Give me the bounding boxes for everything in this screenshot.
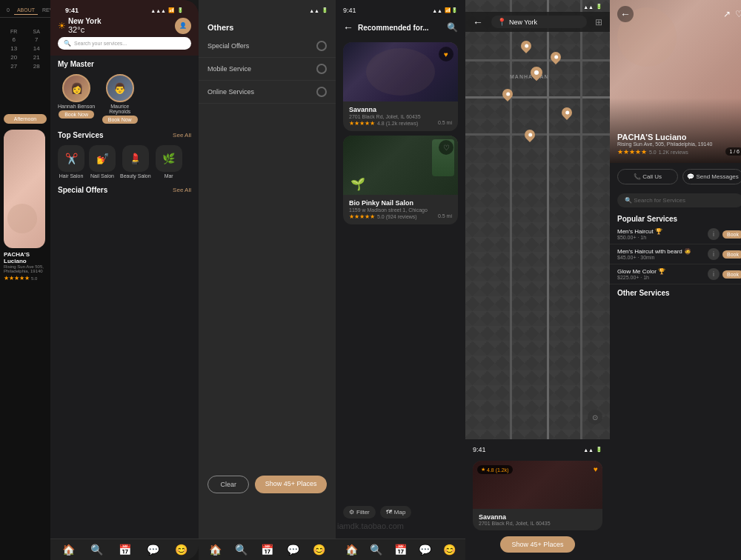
nav-chat-f[interactable]: 💬	[287, 544, 299, 556]
beard-actions: i Book	[708, 248, 741, 260]
panel-home: 9:41 ▲▲▲ 📶 🔋 ☀ New York 32°c 👤 1 🔍 S	[50, 0, 199, 560]
compass[interactable]: ⊙	[588, 410, 602, 424]
message-btn[interactable]: 💬 Send Messages	[682, 169, 741, 184]
filter-button[interactable]: ⚙ Filter	[343, 506, 376, 519]
status-bar-filters: ▲▲ 🔋	[199, 4, 336, 17]
nav-calendar-icon[interactable]: 📅	[119, 544, 131, 556]
savanna-addr: 2701 Black Rd, Joliet, IL 60435	[349, 114, 452, 119]
top-services-title: Top Services	[58, 131, 104, 139]
heart-savanna[interactable]: ♥	[439, 47, 453, 61]
manhattan-label: MANHATTAN	[510, 74, 549, 79]
panel-map: ▲▲🔋 ← 📍 New York ⊞ MANHATTAN	[465, 0, 610, 560]
tab-about[interactable]: ABOUT	[14, 6, 38, 15]
place-card-savanna[interactable]: ♥ Savanna 2701 Black Rd, Joliet, IL 6043…	[343, 42, 458, 131]
search-icon-rec[interactable]: 🔍	[447, 22, 458, 33]
tab-revi[interactable]: REVI	[39, 6, 50, 15]
nav-cal-f[interactable]: 📅	[261, 544, 273, 556]
nav-profile-icon[interactable]: 😊	[175, 544, 187, 556]
back-button-rec[interactable]: ←	[343, 21, 353, 33]
nav-search-rec[interactable]: 🔍	[370, 544, 382, 556]
cal-28[interactable]: 28	[27, 63, 47, 70]
top-services-section: Top Services See All	[50, 127, 199, 142]
cal-27[interactable]: 27	[4, 63, 24, 70]
nav-home-icon[interactable]: 🏠	[62, 544, 75, 556]
share-btn-pacha[interactable]: ↗	[723, 9, 731, 19]
nav-profile-f[interactable]: 😊	[313, 544, 325, 556]
heart-savanna-map[interactable]: ♥	[594, 465, 598, 473]
nav-home-f[interactable]: 🏠	[209, 544, 222, 556]
nav-home-rec[interactable]: 🏠	[345, 544, 358, 556]
radio-online[interactable]	[316, 87, 327, 97]
panel-partial-left: 0 ABOUT REVI FR SA 6 7 13 14 20 21 27 28…	[0, 0, 50, 560]
cal-13[interactable]: 13	[4, 45, 24, 52]
cal-20[interactable]: 20	[4, 54, 24, 61]
filter-special-offers[interactable]: Special Offers	[199, 35, 336, 58]
back-btn-pacha[interactable]: ←	[617, 6, 634, 22]
savanna-card-info: Savanna 2701 Black Rd, Joliet, IL 60435	[473, 509, 602, 530]
nav-profile-rec[interactable]: 😊	[443, 544, 456, 556]
my-master-section: My Master	[50, 56, 199, 71]
pacha-search[interactable]: 🔍 Search for Services	[617, 193, 741, 207]
search-bar[interactable]: 🔍 Search your services...	[58, 37, 191, 50]
book-btn-1[interactable]: Book Now	[102, 116, 138, 124]
show-places-button[interactable]: Show 45+ Places	[255, 476, 327, 493]
nail-icon-box: 💅	[89, 145, 116, 172]
book-btn-0[interactable]: Book Now	[59, 110, 94, 119]
nav-search-f[interactable]: 🔍	[235, 544, 247, 556]
info-btn-1[interactable]: i	[708, 248, 720, 260]
cal-6[interactable]: 6	[4, 36, 24, 43]
book-service-0[interactable]: Book	[722, 230, 741, 239]
other-services-title: Other Services	[610, 284, 741, 299]
radio-mobile[interactable]	[316, 64, 327, 74]
nail-salon-stars: ★★★★★	[349, 213, 375, 220]
popular-services-title: Popular Services	[610, 210, 741, 224]
user-avatar[interactable]: 👤 1	[175, 18, 191, 34]
savanna-card-name: Savanna	[479, 513, 597, 521]
services-grid: ✂️ Hair Salon 💅 Nail Salon 💄 Beauty Salo…	[50, 142, 199, 181]
cal-14[interactable]: 14	[27, 45, 47, 52]
filter-special-label: Special Offers	[207, 42, 249, 50]
nav-search-icon[interactable]: 🔍	[90, 544, 103, 556]
cal-7[interactable]: 7	[27, 36, 47, 43]
savanna-badge-rating: 4.8 (1.2k)	[487, 467, 509, 473]
service-hair[interactable]: ✂️ Hair Salon	[58, 145, 84, 179]
nav-cal-rec[interactable]: 📅	[394, 544, 407, 556]
heart-btn-pacha[interactable]: ♡	[735, 9, 741, 19]
cal-21[interactable]: 21	[27, 54, 47, 61]
savanna-name: Savanna	[349, 106, 452, 113]
clear-button[interactable]: Clear	[207, 476, 249, 493]
map-button[interactable]: 🗺 Map	[380, 506, 412, 519]
service-beauty[interactable]: 💄 Beauty Salon	[120, 145, 151, 179]
tab-0[interactable]: 0	[4, 6, 13, 15]
see-all-services[interactable]: See All	[173, 132, 191, 139]
bottom-nav: 🏠 🔍 📅 💬 😊	[50, 539, 199, 560]
place-card-nail-salon[interactable]: 🌱 ♡ Bio Pinky Nail Salon 1159 w Madison …	[343, 136, 458, 224]
nav-chat-icon[interactable]: 💬	[147, 544, 159, 556]
pacha-img-counter: 1 / 6	[725, 147, 741, 156]
map-icon: 🗺	[386, 509, 392, 516]
show-places-map-btn[interactable]: Show 45+ Places	[500, 536, 576, 553]
book-service-2[interactable]: Book	[722, 270, 741, 279]
savanna-info: Savanna 2701 Black Rd, Joliet, IL 60435 …	[343, 101, 458, 131]
pacha-name-partial: PACHA'S Luciano	[4, 251, 47, 264]
call-us-btn[interactable]: 📞 Call Us	[617, 169, 678, 184]
info-btn-0[interactable]: i	[708, 228, 720, 240]
see-all-offers[interactable]: See All	[173, 187, 191, 193]
filter-mobile-service[interactable]: Mobile Service	[199, 58, 336, 81]
filter-online-service[interactable]: Online Services	[199, 81, 336, 104]
savanna-bottom-card[interactable]: ★ 4.8 (1.2k) ♥ Savanna 2701 Black Rd, Jo…	[473, 461, 602, 530]
filter-icon-map[interactable]: ⊞	[595, 17, 602, 27]
info-btn-2[interactable]: i	[708, 268, 720, 280]
book-service-1[interactable]: Book	[722, 250, 741, 259]
back-btn-map[interactable]: ←	[473, 16, 483, 28]
service-mar[interactable]: 🌿 Mar	[156, 145, 182, 179]
service-nail[interactable]: 💅 Nail Salon	[89, 145, 116, 179]
heart-nail-salon[interactable]: ♡	[439, 140, 453, 155]
service-beard-info: Men's Haircut with beard 🧔 $45.00+ · 30m…	[617, 248, 691, 260]
pacha-search-placeholder: Search for Services	[634, 197, 685, 204]
map-header: ← 📍 New York ⊞	[465, 12, 610, 32]
nav-chat-rec[interactable]: 💬	[419, 544, 431, 556]
location-row: ☀ New York 32°c 👤 1	[58, 17, 191, 34]
status-bar-rec: 9:41 ▲▲ 📶🔋	[336, 4, 465, 17]
radio-special[interactable]	[316, 41, 327, 51]
